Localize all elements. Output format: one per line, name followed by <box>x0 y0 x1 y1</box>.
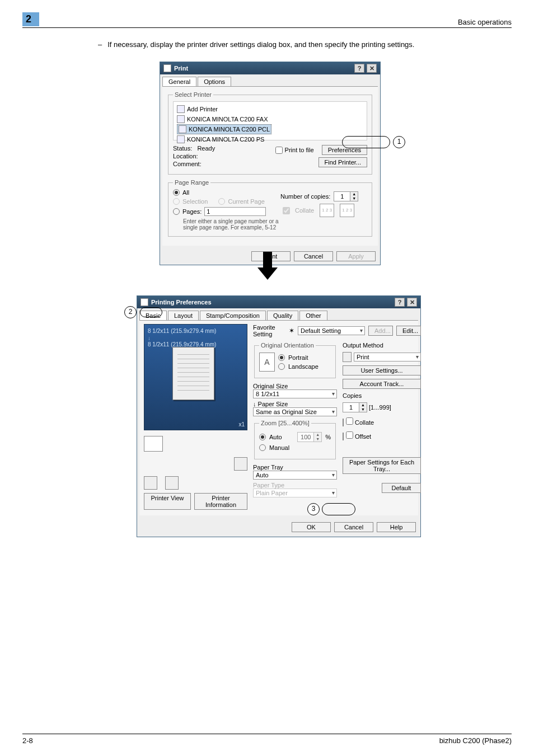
printer-icon <box>140 298 148 306</box>
radio-selection <box>173 198 180 205</box>
zoom-group: Zoom [25...400%] Auto 100▲▼ % Manual <box>254 420 336 459</box>
copies-spinner[interactable]: 1▲▼ <box>334 191 358 201</box>
help-button-icon[interactable]: ? <box>395 298 405 307</box>
printer-item[interactable]: KONICA MINOLTA C200 PCL <box>177 124 271 134</box>
collate-label: Collate <box>355 419 374 426</box>
orientation-group: Original Orientation A Portrait Landscap… <box>254 342 336 378</box>
printer-icon <box>179 125 186 133</box>
landscape-label: Landscape <box>288 363 318 370</box>
callout-ring-3 <box>322 503 355 515</box>
user-settings-button[interactable]: User Settings... <box>343 365 421 375</box>
printer-item[interactable]: KONICA MINOLTA C200 PS <box>177 134 264 144</box>
zoom-auto-label: Auto <box>269 434 282 440</box>
paper-size-select[interactable]: Same as Original Size <box>253 407 337 416</box>
status-icon <box>234 457 247 471</box>
chevron-up-icon[interactable]: ▲ <box>359 403 367 407</box>
radio-selection-label: Selection <box>182 198 208 205</box>
tab-other[interactable]: Other <box>299 311 327 320</box>
pages-hint: Enter either a single page number or a s… <box>183 218 280 231</box>
prefs-titlebar[interactable]: Printing Preferences ? ✕ <box>137 296 420 308</box>
orientation-legend: Original Orientation <box>259 342 316 349</box>
printer-icon <box>177 115 185 123</box>
original-size-select[interactable]: 8 1/2x11 <box>253 389 337 398</box>
printer-information-button[interactable]: Printer Information <box>194 493 247 510</box>
chevron-up-icon[interactable]: ▲ <box>350 192 358 196</box>
account-track-button[interactable]: Account Track... <box>343 379 421 389</box>
printer-icon <box>144 436 163 452</box>
cancel-button[interactable]: Cancel <box>334 522 373 532</box>
paper-type-label: Paper Type <box>253 482 337 489</box>
print-method-icon <box>343 352 352 362</box>
page-range-group: Page Range All Selection Current Page Pa… <box>168 179 372 237</box>
printer-item[interactable]: KONICA MINOLTA C200 FAX <box>177 114 271 124</box>
help-button-icon[interactable]: ? <box>354 64 364 73</box>
collate-checkbox <box>283 207 290 214</box>
radio-current-page <box>218 198 225 205</box>
paper-tray-label: Paper Tray <box>253 464 337 471</box>
tools-icon <box>165 476 179 490</box>
preview-scale: x1 <box>238 421 245 428</box>
collate-checkbox[interactable] <box>346 417 353 425</box>
preview-dim-1: 8 1/2x11 (215.9x279.4 mm) <box>148 328 243 334</box>
copies-label: Copies <box>343 392 421 399</box>
find-printer-button[interactable]: Find Printer... <box>318 157 367 167</box>
radio-all-label: All <box>182 189 189 196</box>
radio-zoom-auto[interactable] <box>259 434 266 440</box>
copies-spinner[interactable]: 1▲▼ <box>343 402 367 412</box>
favorite-edit-button[interactable]: Edit... <box>396 326 421 336</box>
printing-preferences-dialog: Printing Preferences ? ✕ Basic Layout St… <box>137 295 421 537</box>
help-button[interactable]: Help <box>377 522 416 532</box>
radio-zoom-manual[interactable] <box>259 444 266 451</box>
printer-view-button[interactable]: Printer View <box>144 493 191 510</box>
callout-1: 1 <box>393 136 405 148</box>
printer-list[interactable]: Add Printer KONICA MINOLTA C200 FAX KONI… <box>173 101 367 140</box>
collate-icon <box>343 419 344 426</box>
apply-button: Apply <box>336 251 376 261</box>
offset-checkbox[interactable] <box>346 431 353 439</box>
tab-quality[interactable]: Quality <box>267 311 298 320</box>
pages-input[interactable]: 1 <box>204 207 266 216</box>
section-title: Basic operations <box>458 18 512 26</box>
radio-portrait[interactable] <box>278 354 285 361</box>
tab-layout[interactable]: Layout <box>168 311 199 320</box>
chevron-down-icon[interactable]: ▼ <box>359 407 367 412</box>
print-dialog-titlebar[interactable]: Print ? ✕ <box>160 62 380 74</box>
chapter-tab: 2 <box>22 12 39 26</box>
paper-settings-tray-button[interactable]: Paper Settings for Each Tray... <box>343 457 421 474</box>
zoom-manual-label: Manual <box>269 444 289 451</box>
close-icon[interactable]: ✕ <box>367 64 377 73</box>
print-dialog-title: Print <box>174 65 188 72</box>
status-value: Ready <box>197 145 215 152</box>
callout-3: 3 <box>307 503 320 515</box>
zoom-pct: % <box>325 434 331 440</box>
radio-pages[interactable] <box>173 208 180 215</box>
print-dialog: Print ? ✕ General Options Select Printer… <box>160 62 381 265</box>
favorite-setting-select[interactable]: Default Setting <box>298 326 365 335</box>
cancel-button[interactable]: Cancel <box>294 251 333 261</box>
radio-landscape[interactable] <box>278 363 285 370</box>
default-button[interactable]: Default <box>382 483 421 493</box>
printer-icon <box>163 64 171 72</box>
printer-item[interactable]: Add Printer <box>177 104 271 114</box>
chevron-down-icon[interactable]: ▼ <box>350 196 358 201</box>
comment-label: Comment: <box>173 161 215 167</box>
output-method-label: Output Method <box>343 342 421 349</box>
offset-icon <box>343 433 344 440</box>
page-range-legend: Page Range <box>173 179 210 186</box>
prefs-tabs: Basic Layout Stamp/Composition Quality O… <box>137 308 420 320</box>
print-to-file-checkbox[interactable] <box>275 147 283 154</box>
collate-icon: 1 2 3 <box>320 204 334 217</box>
select-printer-legend: Select Printer <box>173 91 213 98</box>
close-icon[interactable]: ✕ <box>407 298 417 307</box>
zoom-legend: Zoom [25...400%] <box>259 420 311 426</box>
output-method-select[interactable]: Print <box>354 353 421 361</box>
tab-options[interactable]: Options <box>198 77 231 86</box>
page-thumb-icon <box>172 347 214 400</box>
copies-range: [1...999] <box>369 404 391 411</box>
radio-all[interactable] <box>173 189 180 196</box>
ok-button[interactable]: OK <box>292 522 331 532</box>
paper-tray-select[interactable]: Auto <box>253 471 337 480</box>
collate-label: Collate <box>295 207 314 214</box>
tab-general[interactable]: General <box>162 77 196 86</box>
tab-stamp[interactable]: Stamp/Composition <box>200 311 266 320</box>
